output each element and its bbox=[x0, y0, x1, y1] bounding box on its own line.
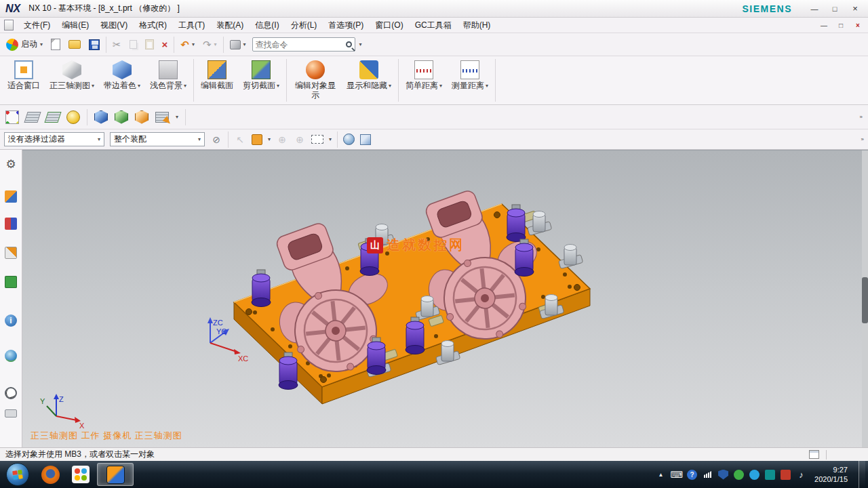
open-file-button[interactable] bbox=[66, 39, 83, 50]
show-and-hide-button[interactable]: 显示和隐藏▾ bbox=[342, 58, 396, 103]
dropdown-arrow-icon[interactable]: ▾ bbox=[486, 83, 488, 89]
measure-distance-button[interactable]: 测量距离▾ bbox=[447, 58, 493, 103]
constraint-navigator-icon[interactable] bbox=[3, 216, 18, 231]
menu-format[interactable]: 格式(R) bbox=[134, 18, 172, 33]
child-minimize-button[interactable]: — bbox=[816, 20, 831, 30]
history-clock-icon[interactable] bbox=[3, 386, 18, 401]
status-window-icon[interactable] bbox=[809, 450, 819, 459]
purple-clamp[interactable] bbox=[406, 317, 425, 354]
taskbar-firefox[interactable] bbox=[36, 463, 64, 486]
rectangle-select-icon[interactable] bbox=[311, 135, 323, 144]
taskbar-nx-app[interactable] bbox=[97, 463, 134, 486]
dropdown-arrow-icon[interactable]: ▾ bbox=[277, 83, 279, 89]
purple-clamp[interactable] bbox=[515, 239, 534, 277]
delete-button[interactable]: × bbox=[160, 38, 170, 51]
security-shield-icon[interactable] bbox=[718, 470, 728, 480]
dropdown-arrow-icon[interactable]: ▾ bbox=[92, 83, 94, 89]
close-button[interactable]: × bbox=[846, 3, 864, 14]
dropdown-arrow-icon[interactable]: ▾ bbox=[268, 137, 271, 142]
roles-gear-icon[interactable]: ⚙ bbox=[3, 157, 18, 171]
menu-gc-toolbox[interactable]: GC工具箱 bbox=[410, 18, 457, 33]
selection-scope-dropdown[interactable]: 整个装配 ▾ bbox=[110, 132, 205, 146]
hd3d-tools-icon[interactable]: i bbox=[3, 313, 18, 328]
view-style-button[interactable]: ▾ bbox=[228, 39, 248, 51]
menu-window[interactable]: 窗口(O) bbox=[370, 18, 408, 33]
lamp-icon[interactable] bbox=[66, 110, 80, 124]
assembly-3d-model[interactable]: ZC YC XC Z X Y bbox=[22, 150, 868, 447]
menu-information[interactable]: 信息(I) bbox=[250, 18, 284, 33]
part-navigator-icon[interactable] bbox=[3, 245, 18, 260]
layer-settings-icon[interactable] bbox=[24, 112, 41, 123]
internet-explorer-icon[interactable] bbox=[3, 348, 18, 363]
taskbar-input-app[interactable] bbox=[66, 463, 95, 486]
copy-button[interactable] bbox=[127, 39, 139, 50]
select-cursor-icon[interactable]: ↖ bbox=[234, 134, 246, 146]
save-button[interactable] bbox=[87, 38, 102, 52]
snap-toggle-icon[interactable]: ⊘ bbox=[210, 134, 222, 146]
help-tray-icon[interactable]: ? bbox=[687, 470, 697, 480]
command-finder[interactable] bbox=[252, 37, 355, 52]
snap-point-box-icon[interactable] bbox=[5, 110, 19, 124]
dropdown-arrow-icon[interactable]: ▾ bbox=[138, 83, 140, 89]
child-restore-button[interactable]: □ bbox=[833, 20, 848, 30]
child-close-button[interactable]: × bbox=[850, 20, 865, 30]
red-app-icon[interactable] bbox=[781, 470, 791, 480]
scrollbar-thumb[interactable] bbox=[862, 277, 868, 323]
redo-button[interactable]: ↷ ▾ bbox=[201, 38, 219, 51]
assemble-component-icon[interactable] bbox=[115, 110, 128, 124]
start-menu-button[interactable]: 启动 ▾ bbox=[4, 37, 45, 52]
antivirus-icon[interactable] bbox=[734, 470, 744, 480]
layer-visible-icon[interactable] bbox=[44, 112, 61, 123]
highlight-selection-icon[interactable] bbox=[252, 134, 262, 145]
dropdown-arrow-icon[interactable]: ▾ bbox=[329, 137, 332, 142]
clip-section-button[interactable]: 剪切截面▾ bbox=[238, 58, 284, 103]
cloud-app-icon[interactable] bbox=[749, 470, 760, 480]
viewport-scrollbar[interactable] bbox=[862, 150, 868, 447]
menu-tools[interactable]: 工具(T) bbox=[173, 18, 210, 33]
toolbar-overflow-icon[interactable]: » bbox=[860, 115, 863, 120]
shaded-ball-icon[interactable] bbox=[343, 134, 355, 145]
dropdown-arrow-icon[interactable]: ▾ bbox=[359, 42, 362, 47]
dropdown-arrow-icon[interactable]: ▾ bbox=[439, 83, 442, 89]
cut-button[interactable]: ✂ bbox=[111, 38, 123, 51]
dropdown-arrow-icon[interactable]: ▾ bbox=[176, 115, 178, 120]
assembly-navigator-icon[interactable] bbox=[3, 189, 18, 204]
show-desktop-button[interactable] bbox=[859, 461, 865, 488]
snap-crosshair-icon[interactable]: ⊕ bbox=[276, 134, 288, 146]
start-button[interactable] bbox=[6, 463, 29, 486]
minimize-button[interactable]: — bbox=[806, 3, 823, 14]
deselect-crosshair-icon[interactable]: ⊕ bbox=[294, 134, 306, 146]
dropdown-arrow-icon[interactable]: ▾ bbox=[184, 83, 186, 89]
purple-clamp[interactable] bbox=[367, 338, 386, 375]
simple-distance-button[interactable]: 简单距离▾ bbox=[401, 58, 447, 103]
menu-preferences[interactable]: 首选项(P) bbox=[323, 18, 369, 33]
new-file-button[interactable] bbox=[49, 37, 62, 52]
edit-object-display-button[interactable]: 编辑对象显示 bbox=[289, 58, 342, 103]
shaded-with-edges-button[interactable]: 带边着色▾ bbox=[99, 58, 145, 103]
purple-clamp[interactable] bbox=[252, 270, 271, 307]
menu-analysis[interactable]: 分析(L) bbox=[285, 18, 323, 33]
edit-layer-icon[interactable] bbox=[155, 112, 169, 123]
command-search-input[interactable] bbox=[256, 40, 346, 49]
volume-icon[interactable]: ♪ bbox=[796, 470, 806, 480]
isometric-view-button[interactable]: 正三轴测图▾ bbox=[45, 58, 99, 103]
menu-help[interactable]: 帮助(H) bbox=[458, 18, 496, 33]
purple-clamp[interactable] bbox=[279, 352, 298, 390]
menu-assembly[interactable]: 装配(A) bbox=[211, 18, 249, 33]
menu-file[interactable]: 文件(F) bbox=[18, 18, 56, 33]
teal-app-icon[interactable] bbox=[765, 470, 775, 480]
fit-window-button[interactable]: 适合窗口 bbox=[3, 58, 45, 103]
paste-button[interactable] bbox=[143, 38, 156, 51]
move-component-icon[interactable] bbox=[94, 110, 108, 124]
dropdown-arrow-icon[interactable]: ▾ bbox=[389, 83, 391, 89]
tray-expand-icon[interactable]: ▲ bbox=[656, 470, 666, 480]
undo-button[interactable]: ↶ ▾ bbox=[178, 38, 197, 51]
ime-keyboard-icon[interactable]: ⌨ bbox=[671, 470, 682, 480]
reuse-library-icon[interactable] bbox=[3, 274, 18, 289]
menu-view[interactable]: 视图(V) bbox=[95, 18, 133, 33]
maximize-button[interactable]: □ bbox=[826, 3, 844, 14]
tray-clock[interactable]: 9:27 2020/1/15 bbox=[814, 465, 848, 485]
gray-clamp[interactable] bbox=[559, 245, 583, 269]
menu-edit[interactable]: 编辑(E) bbox=[56, 18, 94, 33]
toolbar-overflow-icon[interactable]: » bbox=[861, 137, 864, 142]
